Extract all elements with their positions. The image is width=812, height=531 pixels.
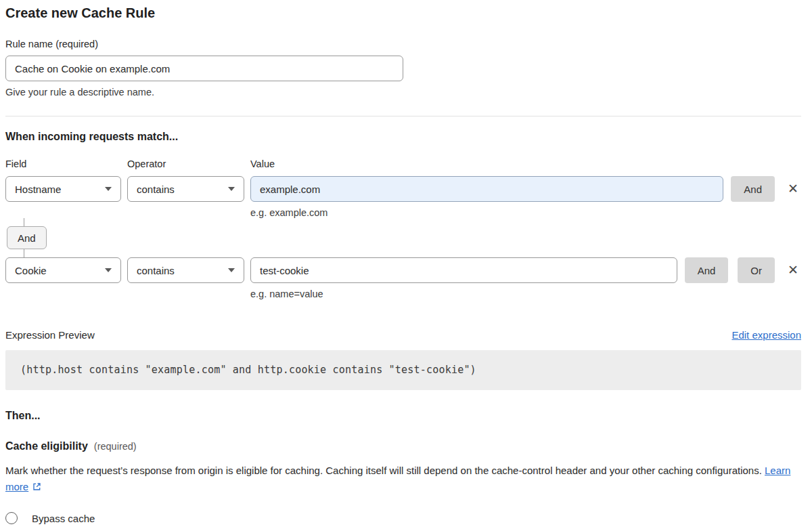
value-column-label: Value [250, 158, 275, 169]
value-hint: e.g. name=value [250, 289, 677, 299]
page-title: Create new Cache Rule [5, 5, 801, 21]
chevron-down-icon [228, 187, 235, 191]
edit-expression-link[interactable]: Edit expression [731, 329, 801, 341]
radio-option-bypass-cache[interactable]: Bypass cache [5, 512, 801, 524]
field-column-label: Field [5, 158, 127, 169]
operator-select[interactable]: contains [127, 257, 244, 283]
external-link-icon [32, 480, 42, 496]
cache-eligibility-description: Mark whether the request’s response from… [5, 463, 794, 496]
create-cache-rule-page: Create new Cache Rule Rule name (require… [0, 0, 812, 531]
remove-condition-button[interactable]: ✕ [785, 176, 801, 202]
match-row: Cookie contains e.g. name=value And Or ✕ [5, 257, 801, 299]
expression-preview-header: Expression Preview Edit expression [5, 329, 801, 341]
cache-eligibility-heading: Cache eligibility (required) [5, 440, 801, 452]
section-divider [5, 116, 801, 116]
then-heading: Then... [5, 410, 801, 422]
field-select[interactable]: Hostname [5, 176, 121, 202]
chevron-down-icon [105, 187, 112, 191]
or-button[interactable]: Or [738, 257, 775, 283]
value-hint: e.g. example.com [250, 207, 723, 218]
close-icon: ✕ [788, 263, 798, 277]
value-input[interactable] [250, 257, 677, 283]
radio-button-icon[interactable] [5, 512, 18, 524]
match-column-labels: Field Operator Value [5, 158, 801, 169]
and-button[interactable]: And [731, 176, 775, 202]
match-section-heading: When incoming requests match... [5, 131, 801, 143]
and-button[interactable]: And [685, 257, 729, 283]
operator-select-value: contains [137, 184, 175, 195]
rule-name-help: Give your rule a descriptive name. [5, 87, 801, 98]
operator-select[interactable]: contains [127, 176, 244, 202]
rule-name-label: Rule name (required) [5, 39, 801, 49]
value-column: e.g. name=value [250, 257, 677, 299]
expression-preview-label: Expression Preview [5, 329, 95, 341]
rule-name-input[interactable] [5, 56, 403, 81]
description-text: Mark whether the request’s response from… [5, 465, 762, 476]
match-row: Hostname contains e.g. example.com And ✕ [5, 176, 801, 218]
radio-label: Bypass cache [32, 513, 95, 524]
rule-name-section: Rule name (required) Give your rule a de… [5, 39, 801, 98]
value-column: e.g. example.com [250, 176, 723, 218]
connector-and-button[interactable]: And [7, 226, 47, 249]
chevron-down-icon [105, 268, 112, 272]
field-select-value: Hostname [15, 184, 61, 195]
field-select[interactable]: Cookie [5, 257, 121, 283]
operator-column-label: Operator [127, 158, 250, 169]
remove-condition-button[interactable]: ✕ [785, 257, 801, 283]
field-select-value: Cookie [15, 265, 47, 276]
condition-connector: And [5, 226, 801, 249]
operator-select-value: contains [137, 265, 175, 276]
expression-preview-code: (http.host contains "example.com" and ht… [5, 350, 801, 390]
cache-eligibility-title: Cache eligibility [5, 440, 88, 452]
chevron-down-icon [228, 268, 235, 272]
close-icon: ✕ [788, 182, 798, 196]
required-note: (required) [94, 441, 137, 452]
value-input[interactable] [250, 176, 723, 202]
